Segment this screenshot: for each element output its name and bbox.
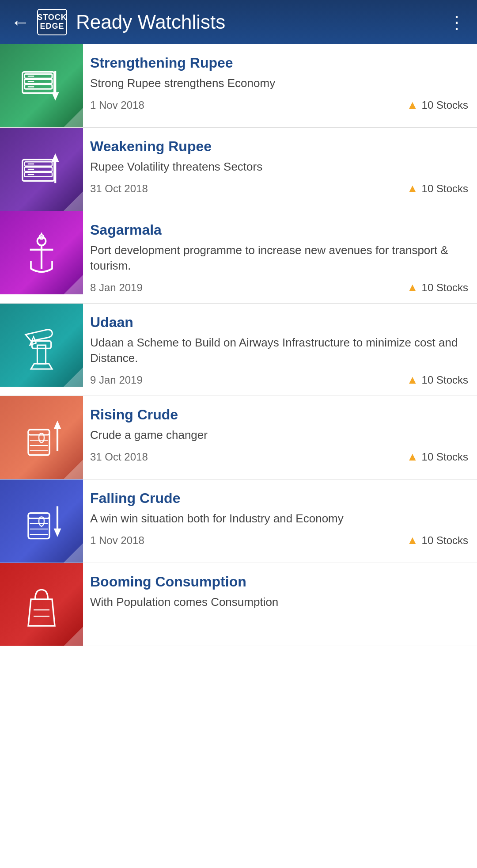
item-title: Weakening Rupee bbox=[90, 138, 468, 155]
item-date: 1 Nov 2018 bbox=[90, 99, 144, 111]
svg-marker-17 bbox=[52, 153, 59, 162]
item-content: Falling Crude A win win situation both f… bbox=[83, 480, 477, 556]
corner-accent bbox=[64, 108, 83, 127]
corner-accent bbox=[64, 460, 83, 479]
item-title: Rising Crude bbox=[90, 407, 468, 423]
item-date: 8 Jan 2019 bbox=[90, 282, 143, 294]
watchlist-container: Strengthening Rupee Strong Rupee strengt… bbox=[0, 44, 477, 646]
oil-up-icon bbox=[15, 411, 68, 464]
corner-accent bbox=[64, 543, 83, 563]
item-content: Udaan Udaan a Scheme to Build on Airways… bbox=[83, 304, 477, 396]
svg-rect-29 bbox=[28, 430, 49, 435]
item-footer: 31 Oct 2018 ▲ 10 Stocks bbox=[90, 450, 468, 464]
list-item[interactable]: Strengthening Rupee Strong Rupee strengt… bbox=[0, 44, 477, 128]
rupee-down-icon bbox=[15, 59, 68, 112]
item-date: 9 Jan 2019 bbox=[90, 374, 143, 386]
item-stocks: ▲ 10 Stocks bbox=[407, 182, 468, 195]
stocks-icon: ▲ bbox=[407, 98, 418, 112]
list-item[interactable]: Weakening Rupee Rupee Volatility threate… bbox=[0, 128, 477, 211]
item-content: Strengthening Rupee Strong Rupee strengt… bbox=[83, 44, 477, 121]
item-title: Sagarmala bbox=[90, 222, 468, 238]
item-description: Port development programme to increase n… bbox=[90, 243, 468, 274]
list-item[interactable]: Udaan Udaan a Scheme to Build on Airways… bbox=[0, 304, 477, 396]
stocks-icon: ▲ bbox=[407, 450, 418, 464]
svg-rect-3 bbox=[23, 72, 54, 93]
item-image-udaan bbox=[0, 304, 83, 387]
svg-rect-35 bbox=[28, 513, 49, 539]
item-stocks: ▲ 10 Stocks bbox=[407, 373, 468, 387]
logo-line2: EDGE bbox=[40, 22, 64, 31]
item-footer: 31 Oct 2018 ▲ 10 Stocks bbox=[90, 182, 468, 195]
item-stocks: ▲ 10 Stocks bbox=[407, 533, 468, 547]
corner-accent bbox=[64, 367, 83, 387]
item-image-strengthening-rupee bbox=[0, 44, 83, 127]
svg-marker-41 bbox=[54, 529, 61, 537]
item-image-rising-crude bbox=[0, 396, 83, 479]
item-title: Falling Crude bbox=[90, 490, 468, 506]
list-item[interactable]: Falling Crude A win win situation both f… bbox=[0, 480, 477, 563]
item-footer: 1 Nov 2018 ▲ 10 Stocks bbox=[90, 533, 468, 547]
oil-down-icon bbox=[15, 495, 68, 548]
stocks-icon: ▲ bbox=[407, 182, 418, 195]
item-description: A win win situation both for Industry an… bbox=[90, 511, 468, 526]
list-item[interactable]: Sagarmala Port development programme to … bbox=[0, 211, 477, 304]
svg-point-18 bbox=[37, 237, 45, 245]
list-item[interactable]: Rising Crude Crude a game changer 31 Oct… bbox=[0, 396, 477, 480]
item-title: Strengthening Rupee bbox=[90, 55, 468, 71]
item-title: Booming Consumption bbox=[90, 574, 468, 590]
corner-accent bbox=[64, 191, 83, 211]
item-content: Sagarmala Port development programme to … bbox=[83, 211, 477, 303]
item-image-falling-crude bbox=[0, 480, 83, 563]
item-description: With Population comes Consumption bbox=[90, 594, 468, 610]
item-description: Strong Rupee strengthens Economy bbox=[90, 76, 468, 91]
item-footer: 1 Nov 2018 ▲ 10 Stocks bbox=[90, 98, 468, 112]
consumption-icon bbox=[15, 578, 68, 631]
page-title: Ready Watchlists bbox=[76, 11, 448, 33]
stocks-icon: ▲ bbox=[407, 533, 418, 547]
item-stocks: ▲ 10 Stocks bbox=[407, 450, 468, 464]
item-date: 1 Nov 2018 bbox=[90, 534, 144, 547]
item-content: Weakening Rupee Rupee Volatility threate… bbox=[83, 128, 477, 204]
svg-marker-27 bbox=[31, 364, 52, 369]
more-options-button[interactable]: ⋮ bbox=[448, 12, 466, 32]
item-description: Udaan a Scheme to Build on Airways Infra… bbox=[90, 335, 468, 366]
svg-marker-31 bbox=[54, 421, 61, 429]
rupee-up-icon bbox=[15, 143, 68, 196]
app-logo: STOCK EDGE bbox=[37, 9, 67, 35]
plane-tower-icon bbox=[15, 319, 68, 372]
item-date: 31 Oct 2018 bbox=[90, 183, 148, 195]
logo-line1: STOCK bbox=[37, 13, 67, 22]
item-stocks: ▲ 10 Stocks bbox=[407, 281, 468, 294]
item-image-booming-consumption bbox=[0, 563, 83, 646]
item-footer: 8 Jan 2019 ▲ 10 Stocks bbox=[90, 281, 468, 294]
item-stocks: ▲ 10 Stocks bbox=[407, 98, 468, 112]
item-content: Rising Crude Crude a game changer 31 Oct… bbox=[83, 396, 477, 472]
svg-marker-8 bbox=[52, 92, 59, 100]
svg-rect-28 bbox=[28, 430, 49, 455]
svg-rect-36 bbox=[28, 513, 49, 518]
corner-accent bbox=[64, 275, 83, 294]
item-date: 31 Oct 2018 bbox=[90, 451, 148, 463]
stocks-icon: ▲ bbox=[407, 281, 418, 294]
back-button[interactable]: ← bbox=[11, 11, 30, 33]
anchor-icon bbox=[15, 226, 68, 279]
svg-rect-9 bbox=[23, 160, 54, 181]
corner-accent bbox=[64, 627, 83, 646]
item-content: Booming Consumption With Population come… bbox=[83, 563, 477, 626]
item-image-sagarmala bbox=[0, 211, 83, 294]
item-title: Udaan bbox=[90, 314, 468, 331]
item-description: Rupee Volatility threatens Sectors bbox=[90, 159, 468, 175]
item-description: Crude a game changer bbox=[90, 427, 468, 443]
item-image-weakening-rupee bbox=[0, 128, 83, 211]
item-footer: 9 Jan 2019 ▲ 10 Stocks bbox=[90, 373, 468, 387]
list-item[interactable]: Booming Consumption With Population come… bbox=[0, 563, 477, 646]
app-header: ← STOCK EDGE Ready Watchlists ⋮ bbox=[0, 0, 477, 44]
stocks-icon: ▲ bbox=[407, 373, 418, 387]
